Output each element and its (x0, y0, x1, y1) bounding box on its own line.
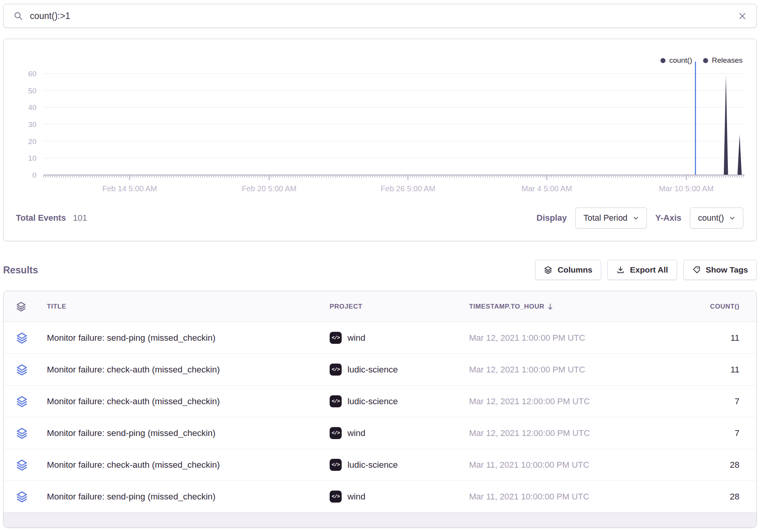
results-bar: Results Columns Export All (3, 260, 757, 280)
timestamp-value: Mar 12, 2021 12:00:00 PM UTC (469, 428, 609, 438)
close-icon (738, 12, 746, 20)
timestamp-value: Mar 11, 2021 10:00:00 PM UTC (469, 492, 609, 502)
project-name: ludic-science (347, 460, 398, 470)
column-header-timestamp-label: TIMESTAMP.TO_HOUR (469, 303, 544, 311)
project-cell: </> ludic-science (330, 459, 469, 471)
legend-item-count[interactable]: count() (660, 56, 692, 65)
svg-text:10: 10 (28, 154, 36, 162)
event-title[interactable]: Monitor failure: check-auth (missed_chec… (47, 365, 330, 375)
table-row[interactable]: Monitor failure: check-auth (missed_chec… (3, 386, 757, 417)
code-brackets-icon: </> (330, 491, 342, 503)
layers-icon (544, 266, 552, 274)
arrow-down-icon (547, 303, 553, 311)
code-brackets-icon: </> (330, 395, 342, 407)
tag-icon (692, 266, 701, 274)
export-all-button[interactable]: Export All (607, 260, 677, 280)
project-cell: </> wind (330, 491, 469, 503)
svg-text:20: 20 (28, 137, 36, 146)
timestamp-value: Mar 11, 2021 10:00:00 PM UTC (469, 460, 609, 470)
svg-text:40: 40 (28, 103, 36, 112)
results-table: TITLE PROJECT TIMESTAMP.TO_HOUR COUNT() … (3, 291, 757, 528)
yaxis-dropdown[interactable]: count() (690, 208, 743, 228)
project-name: ludic-science (347, 365, 398, 375)
timestamp-value: Mar 12, 2021 12:00:00 PM UTC (469, 396, 609, 407)
svg-text:Mar 4 5:00 AM: Mar 4 5:00 AM (522, 184, 572, 193)
legend-dot-icon (660, 58, 665, 63)
table-row[interactable]: Monitor failure: send-ping (missed_check… (3, 322, 757, 354)
timestamp-value: Mar 12, 2021 1:00:00 PM UTC (469, 333, 609, 343)
total-events-value: 101 (73, 213, 87, 223)
legend-dot-icon (703, 58, 708, 63)
project-name: wind (347, 428, 365, 438)
stack-icon (16, 459, 28, 471)
event-title[interactable]: Monitor failure: check-auth (missed_chec… (47, 396, 330, 407)
export-all-button-label: Export All (630, 265, 668, 275)
events-time-series-chart[interactable]: 0102030405060Feb 14 5:00 AMFeb 20 5:00 A… (7, 59, 757, 196)
column-header-timestamp[interactable]: TIMESTAMP.TO_HOUR (469, 303, 609, 311)
project-name: wind (347, 333, 365, 343)
svg-text:Mar 10 5:00 AM: Mar 10 5:00 AM (659, 184, 714, 193)
show-tags-button-label: Show Tags (706, 265, 748, 275)
count-value: 28 (609, 460, 739, 470)
stack-icon (16, 364, 28, 376)
column-header-title[interactable]: TITLE (47, 303, 330, 311)
count-value: 11 (609, 365, 739, 375)
svg-text:30: 30 (28, 120, 36, 129)
table-row[interactable]: Monitor failure: check-auth (missed_chec… (3, 449, 757, 481)
display-dropdown[interactable]: Total Period (575, 208, 647, 228)
show-tags-button[interactable]: Show Tags (683, 260, 757, 280)
search-bar (3, 4, 757, 28)
column-header-count[interactable]: COUNT() (609, 303, 739, 311)
events-chart-panel: count() Releases 0102030405060Feb 14 5:0… (3, 39, 757, 241)
yaxis-label: Y-Axis (655, 213, 681, 223)
display-label: Display (536, 213, 567, 223)
event-title[interactable]: Monitor failure: send-ping (missed_check… (47, 428, 330, 438)
code-brackets-icon: </> (330, 332, 342, 344)
stack-icon (16, 427, 28, 439)
display-dropdown-value: Total Period (583, 213, 628, 223)
code-brackets-icon: </> (330, 459, 342, 471)
count-value: 11 (609, 333, 739, 343)
project-cell: </> ludic-science (330, 364, 469, 376)
total-events-label: Total Events (16, 213, 66, 223)
count-value: 7 (609, 396, 739, 407)
column-header-project[interactable]: PROJECT (330, 303, 469, 311)
event-title[interactable]: Monitor failure: send-ping (missed_check… (47, 492, 330, 502)
chart-legend: count() Releases (660, 56, 743, 65)
table-footer (3, 513, 757, 528)
download-icon (616, 266, 625, 274)
count-value: 28 (609, 492, 739, 502)
search-input[interactable] (30, 11, 731, 21)
legend-item-releases[interactable]: Releases (703, 56, 743, 65)
svg-text:Feb 20 5:00 AM: Feb 20 5:00 AM (242, 184, 296, 193)
svg-text:Feb 14 5:00 AM: Feb 14 5:00 AM (102, 184, 157, 193)
project-name: ludic-science (347, 396, 398, 407)
search-icon (14, 11, 23, 21)
event-title[interactable]: Monitor failure: check-auth (missed_chec… (47, 460, 330, 470)
legend-label: Releases (712, 56, 743, 65)
table-body: Monitor failure: send-ping (missed_check… (3, 322, 757, 513)
clear-search-button[interactable] (738, 12, 746, 20)
table-header-row: TITLE PROJECT TIMESTAMP.TO_HOUR COUNT() (3, 291, 757, 322)
columns-button-label: Columns (557, 265, 592, 275)
stack-icon (16, 395, 28, 407)
event-title[interactable]: Monitor failure: send-ping (missed_check… (47, 333, 330, 343)
chart-footer: Total Events 101 Display Total Period Y-… (3, 203, 757, 233)
stack-icon (16, 491, 28, 503)
table-row[interactable]: Monitor failure: send-ping (missed_check… (3, 481, 757, 513)
yaxis-dropdown-value: count() (698, 213, 724, 223)
table-row[interactable]: Monitor failure: send-ping (missed_check… (3, 417, 757, 449)
project-cell: </> wind (330, 332, 469, 344)
project-name: wind (347, 492, 365, 502)
table-row[interactable]: Monitor failure: check-auth (missed_chec… (3, 354, 757, 386)
results-heading: Results (3, 264, 38, 276)
chevron-down-icon (729, 215, 735, 221)
columns-button[interactable]: Columns (535, 260, 601, 280)
stack-icon (16, 301, 47, 312)
chevron-down-icon (633, 215, 639, 221)
svg-text:50: 50 (28, 87, 36, 95)
legend-label: count() (669, 56, 692, 65)
stack-icon (16, 332, 28, 344)
svg-text:0: 0 (32, 171, 36, 179)
code-brackets-icon: </> (330, 364, 342, 376)
